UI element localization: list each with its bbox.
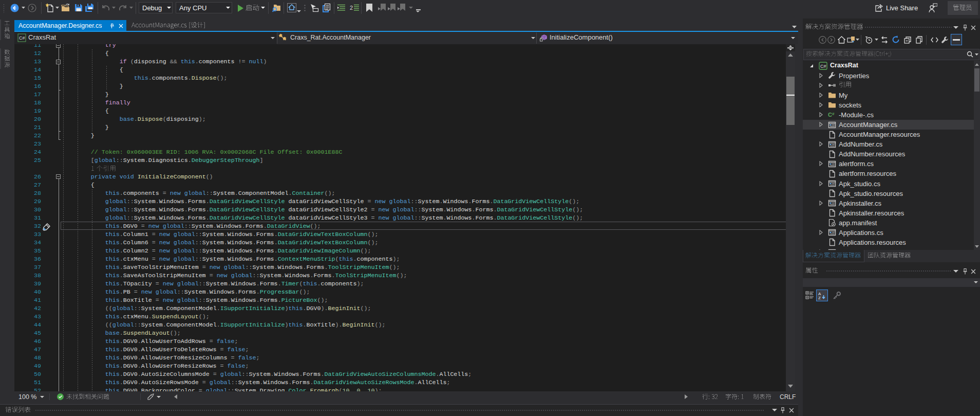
svg-text:C: C: [828, 112, 832, 118]
svg-text:Z: Z: [818, 296, 821, 300]
svg-text:C#: C#: [19, 35, 25, 41]
svg-text:2: 2: [350, 5, 353, 11]
svg-text:#: #: [832, 112, 835, 116]
svg-text:C#: C#: [820, 64, 826, 69]
